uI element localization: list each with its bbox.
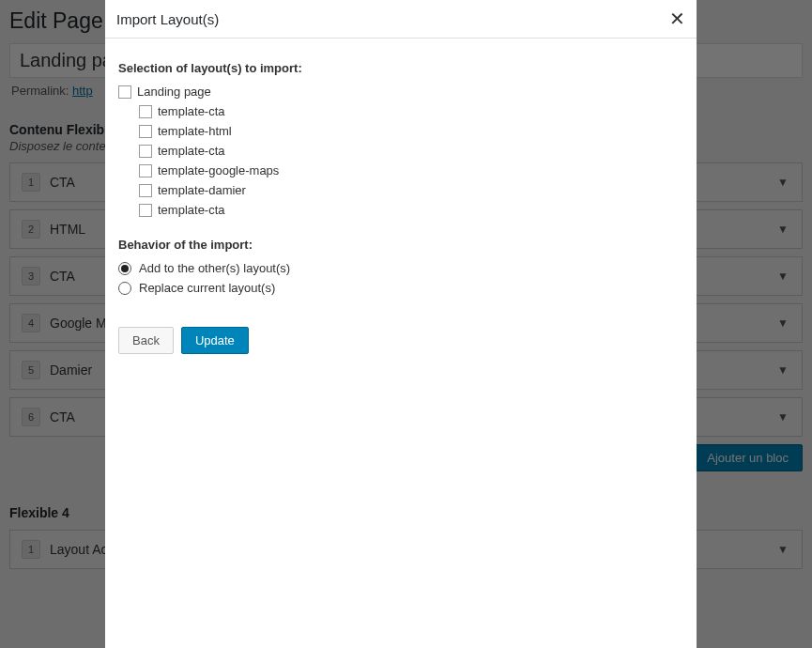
checkbox[interactable] — [139, 204, 152, 217]
import-checkbox-row[interactable]: Landing page — [118, 85, 683, 99]
checkbox-label: template-cta — [158, 144, 225, 158]
checkbox-label: Landing page — [137, 85, 211, 99]
checkbox-label: template-html — [158, 124, 232, 138]
checkbox[interactable] — [139, 184, 152, 197]
import-checkbox-row[interactable]: template-html — [139, 124, 683, 138]
behavior-radio-row[interactable]: Add to the other(s) layout(s) — [118, 261, 683, 275]
checkbox[interactable] — [118, 85, 131, 99]
import-checkbox-row[interactable]: template-damier — [139, 183, 683, 197]
radio-label: Add to the other(s) layout(s) — [139, 261, 290, 275]
checkbox-label: template-cta — [158, 104, 225, 118]
radio[interactable] — [118, 282, 131, 295]
checkbox-label: template-damier — [158, 183, 246, 197]
import-checkbox-row[interactable]: template-google-maps — [139, 163, 683, 177]
checkbox[interactable] — [139, 125, 152, 138]
close-icon[interactable]: ✕ — [669, 9, 685, 28]
update-button[interactable]: Update — [181, 327, 249, 354]
import-layouts-modal: Import Layout(s) ✕ Selection of layout(s… — [105, 0, 697, 648]
behavior-radio-row[interactable]: Replace current layout(s) — [118, 281, 683, 295]
radio[interactable] — [118, 262, 131, 275]
checkbox-label: template-google-maps — [158, 163, 279, 177]
checkbox[interactable] — [139, 164, 152, 177]
checkbox[interactable] — [139, 105, 152, 118]
import-checkbox-row[interactable]: template-cta — [139, 104, 683, 118]
modal-title: Import Layout(s) — [116, 11, 219, 27]
import-checkbox-row[interactable]: template-cta — [139, 203, 683, 217]
checkbox-label: template-cta — [158, 203, 225, 217]
radio-label: Replace current layout(s) — [139, 281, 275, 295]
import-checkbox-row[interactable]: template-cta — [139, 144, 683, 158]
checkbox[interactable] — [139, 145, 152, 158]
back-button[interactable]: Back — [118, 327, 174, 354]
selection-label: Selection of layout(s) to import: — [118, 61, 683, 75]
behavior-label: Behavior of the import: — [118, 238, 683, 252]
